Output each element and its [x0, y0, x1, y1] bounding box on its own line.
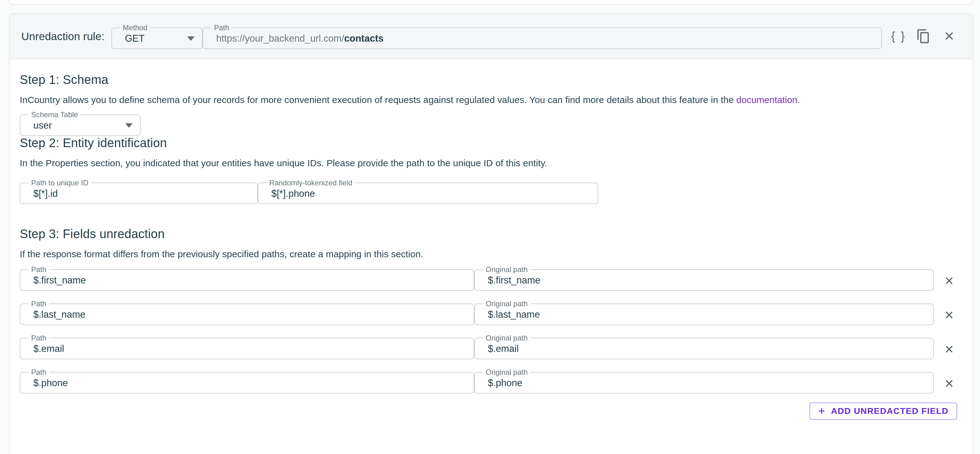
plus-icon: +	[818, 405, 826, 417]
randomly-tokenized-field[interactable]: Randomly-tokenized field	[258, 179, 598, 204]
mapping-original-path-label: Original path	[483, 368, 530, 376]
close-icon: ✕	[944, 275, 954, 287]
mapping-original-path-label: Original path	[483, 300, 530, 308]
step1-title: Step 1: Schema	[20, 73, 957, 87]
mapping-original-path-field[interactable]: Original path	[474, 300, 934, 325]
mapping-original-path-input[interactable]	[488, 343, 933, 354]
unredaction-rule-card: Unredaction rule: Method GET Path https:…	[9, 13, 973, 454]
view-json-button[interactable]: { }	[890, 28, 907, 45]
add-row: + ADD UNREDACTED FIELD	[20, 403, 957, 420]
mapping-row: Path Original path ✕	[20, 300, 957, 325]
step2-description: In the Properties section, you indicated…	[20, 158, 957, 169]
mapping-original-path-input[interactable]	[488, 275, 933, 286]
previous-card-bottom	[9, 0, 973, 5]
mapping-path-field[interactable]: Path	[20, 368, 474, 393]
rule-title: Unredaction rule:	[21, 30, 105, 43]
step2-fields: Path to unique ID Randomly-tokenized fie…	[20, 179, 957, 204]
randomly-tokenized-label: Randomly-tokenized field	[266, 179, 355, 187]
path-to-unique-id-label: Path to unique ID	[29, 179, 91, 187]
step1-description: InCountry allows you to define schema of…	[20, 95, 957, 105]
path-input-field[interactable]: Path https://your_backend_url.com/contac…	[203, 24, 882, 49]
mapping-row: Path Original path ✕	[20, 334, 957, 359]
mapping-original-path-field[interactable]: Original path	[474, 368, 934, 393]
mapping-path-label: Path	[29, 368, 49, 376]
rule-body: Step 1: Schema InCountry allows you to d…	[10, 59, 973, 420]
mapping-original-path-input[interactable]	[488, 378, 933, 389]
remove-mapping-button[interactable]: ✕	[941, 376, 957, 392]
mapping-path-input[interactable]	[33, 378, 474, 389]
schema-table-label: Schema Table	[29, 111, 81, 119]
path-value-suffix: contacts	[344, 33, 383, 44]
delete-rule-button[interactable]: ✕	[940, 28, 958, 45]
mapping-path-label: Path	[29, 300, 49, 308]
mapping-original-path-field[interactable]: Original path	[474, 266, 934, 291]
mapping-path-field[interactable]: Path	[20, 266, 474, 291]
duplicate-rule-button[interactable]	[915, 28, 932, 45]
mapping-path-input[interactable]	[33, 309, 474, 320]
mapping-path-label: Path	[29, 266, 49, 274]
method-select[interactable]: Method GET	[111, 24, 203, 49]
add-button-label: ADD UNREDACTED FIELD	[831, 406, 948, 416]
step3-description: If the response format differs from the …	[20, 249, 957, 260]
mapping-original-path-input[interactable]	[488, 309, 933, 320]
remove-mapping-button[interactable]: ✕	[941, 273, 957, 289]
mapping-path-field[interactable]: Path	[20, 334, 474, 359]
mapping-original-path-label: Original path	[483, 266, 530, 274]
mapping-path-field[interactable]: Path	[20, 300, 474, 325]
braces-icon: { }	[891, 30, 906, 43]
chevron-down-icon	[125, 123, 133, 128]
method-value: GET	[125, 33, 145, 44]
mapping-original-path-field[interactable]: Original path	[474, 334, 934, 359]
mapping-row: Path Original path ✕	[20, 266, 957, 291]
path-to-unique-id-field[interactable]: Path to unique ID	[20, 179, 258, 204]
randomly-tokenized-input[interactable]	[271, 188, 598, 199]
copy-icon	[917, 29, 930, 43]
schema-table-inner: user	[33, 119, 140, 132]
mapping-row: Path Original path ✕	[20, 368, 957, 393]
schema-table-value: user	[33, 120, 52, 131]
mapping-path-input[interactable]	[33, 275, 474, 286]
close-icon: ✕	[944, 309, 954, 321]
documentation-link[interactable]: documentation.	[737, 95, 800, 105]
path-value-prefix: https://your_backend_url.com/	[216, 33, 344, 44]
step2-title: Step 2: Entity identification	[20, 136, 957, 150]
method-select-inner: GET	[125, 32, 202, 45]
close-icon: ✕	[944, 344, 954, 355]
mapping-original-path-label: Original path	[483, 334, 530, 342]
chevron-down-icon	[187, 37, 194, 41]
remove-mapping-button[interactable]: ✕	[941, 341, 957, 357]
step1-description-text: InCountry allows you to define schema of…	[20, 95, 737, 105]
add-unredacted-field-button[interactable]: + ADD UNREDACTED FIELD	[810, 403, 957, 420]
remove-mapping-button[interactable]: ✕	[941, 307, 957, 323]
close-icon: ✕	[943, 30, 955, 43]
method-label: Method	[120, 24, 150, 32]
mapping-path-input[interactable]	[33, 343, 474, 354]
schema-table-select[interactable]: Schema Table user	[20, 111, 141, 136]
rule-header: Unredaction rule: Method GET Path https:…	[10, 14, 973, 59]
path-label: Path	[211, 24, 232, 32]
path-input-inner: https://your_backend_url.com/contacts	[216, 32, 881, 45]
step3-title: Step 3: Fields unredaction	[20, 227, 957, 241]
close-icon: ✕	[944, 378, 954, 390]
mapping-path-label: Path	[29, 334, 49, 342]
path-to-unique-id-input[interactable]	[33, 188, 257, 199]
